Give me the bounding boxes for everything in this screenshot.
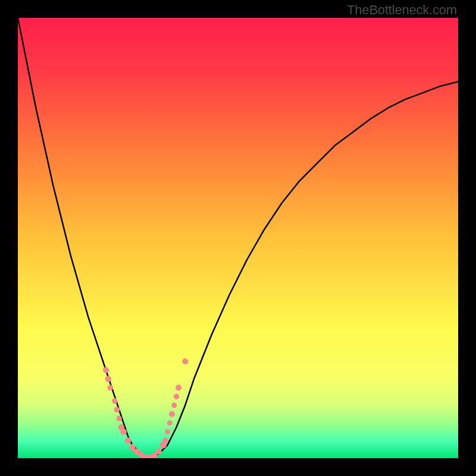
bottleneck-curve	[18, 18, 458, 458]
marker-dot	[120, 428, 127, 435]
marker-dot	[171, 403, 177, 408]
marker-dot	[125, 437, 131, 444]
marker-dot	[108, 385, 114, 391]
plot-area	[18, 18, 458, 458]
marker-dot	[103, 367, 109, 373]
marker-dot	[165, 429, 170, 434]
marker-dot	[112, 398, 118, 404]
marker-dot	[176, 385, 181, 391]
marker-dot	[156, 449, 162, 455]
marker-dot	[162, 437, 168, 443]
marker-dot	[117, 416, 122, 421]
marker-dot	[174, 394, 179, 399]
marker-dot	[182, 358, 188, 364]
marker-dot	[114, 407, 120, 413]
marker-dot	[169, 411, 175, 417]
marker-dot	[167, 420, 173, 425]
marker-dot	[105, 376, 111, 382]
chart-frame: TheBottleneck.com	[0, 0, 476, 476]
curve-layer	[18, 18, 458, 458]
watermark-text: TheBottleneck.com	[347, 2, 457, 18]
